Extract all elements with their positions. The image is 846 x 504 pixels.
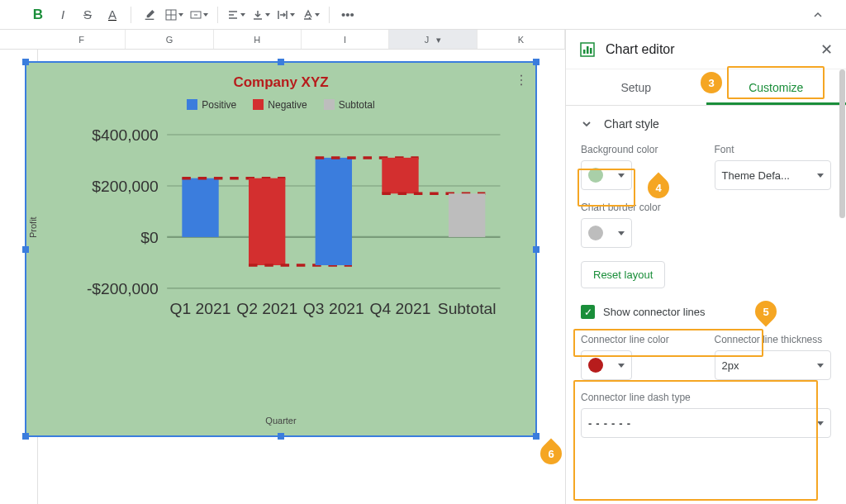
resize-handle[interactable]	[533, 433, 539, 440]
y-axis-label[interactable]: Profit	[28, 216, 38, 238]
legend-item[interactable]: Subtotal	[324, 99, 375, 111]
strikethrough-button[interactable]: S	[76, 3, 99, 26]
dropdown-caret-icon	[618, 364, 625, 368]
dropdown-caret-icon	[817, 421, 824, 426]
border-color-label: Chart border color	[581, 202, 831, 213]
toolbar-separator	[217, 7, 218, 23]
tab-customize[interactable]: Customize	[706, 69, 847, 105]
resize-handle[interactable]	[278, 59, 284, 65]
chart-plot-area: $400,000$200,000$0-$200,000Q1 2021Q2 202…	[80, 129, 515, 346]
svg-text:Q2 2021: Q2 2021	[236, 300, 297, 317]
resize-handle[interactable]	[533, 59, 539, 65]
connector-dash-picker[interactable]: ------	[581, 408, 831, 438]
borders-button[interactable]	[163, 3, 186, 26]
connector-color-label: Connector line color	[581, 334, 698, 345]
chevron-down-icon	[581, 118, 592, 130]
format-toolbar: B I S A •••	[0, 0, 846, 30]
connector-thickness-picker[interactable]: 2px	[715, 350, 832, 380]
connector-thickness-label: Connector line thickness	[715, 334, 832, 345]
border-color-picker[interactable]	[581, 218, 632, 248]
chart-icon	[579, 41, 596, 58]
annotation-badge: 3	[701, 72, 722, 93]
font-picker[interactable]: Theme Defa...	[715, 160, 832, 190]
color-swatch-icon	[588, 168, 603, 183]
resize-handle[interactable]	[22, 433, 29, 440]
font-label: Font	[715, 144, 832, 155]
h-align-button[interactable]	[225, 3, 248, 26]
column-header[interactable]: I	[302, 30, 389, 49]
svg-rect-35	[583, 50, 586, 54]
svg-text:Q4 2021: Q4 2021	[370, 300, 431, 317]
checkbox-checked-icon[interactable]: ✓	[581, 305, 595, 319]
chart-editor-panel: Chart editor ✕ Setup Customize Chart sty…	[565, 30, 846, 504]
column-header[interactable]: H	[214, 30, 302, 49]
legend-swatch-icon	[324, 99, 335, 110]
toolbar-separator	[131, 7, 131, 23]
spreadsheet-area: F G H I J ▾ K ⋯ Company XYZ Positive Neg…	[0, 30, 565, 504]
fill-color-button[interactable]	[138, 3, 161, 26]
svg-rect-37	[590, 48, 592, 54]
chart-title[interactable]: Company XYZ	[26, 63, 535, 91]
legend-item[interactable]: Positive	[187, 99, 236, 111]
legend-item[interactable]: Negative	[253, 99, 307, 111]
legend-swatch-icon	[253, 99, 264, 110]
svg-rect-29	[382, 158, 418, 193]
column-header[interactable]: J ▾	[389, 30, 477, 49]
show-connectors-row[interactable]: ✓ Show connector lines	[581, 300, 831, 324]
svg-text:$400,000: $400,000	[92, 129, 158, 144]
panel-scrollbar[interactable]	[839, 69, 845, 218]
toolbar-collapse-button[interactable]	[806, 3, 829, 26]
italic-button[interactable]: I	[51, 3, 74, 26]
resize-handle[interactable]	[533, 246, 539, 253]
text-color-button[interactable]: A	[101, 3, 124, 26]
color-swatch-icon	[588, 226, 603, 240]
svg-rect-20	[182, 178, 218, 237]
x-axis-label[interactable]: Quarter	[26, 416, 535, 426]
toolbar-separator	[329, 7, 330, 23]
background-color-label: Background color	[581, 144, 698, 155]
svg-rect-32	[449, 193, 485, 237]
reset-layout-button[interactable]: Reset layout	[581, 261, 665, 288]
svg-rect-36	[587, 46, 589, 54]
text-rotate-button[interactable]	[299, 3, 322, 26]
svg-text:$0: $0	[140, 229, 158, 246]
svg-rect-23	[249, 178, 285, 265]
column-headers: F G H I J ▾ K	[0, 30, 565, 50]
chart-legend: Positive Negative Subtotal	[26, 99, 535, 111]
resize-handle[interactable]	[22, 246, 29, 253]
more-tools-button[interactable]: •••	[336, 3, 359, 26]
panel-header: Chart editor ✕	[566, 30, 846, 69]
dropdown-caret-icon	[817, 364, 824, 368]
section-chart-style: Chart style Background color Font Theme …	[566, 106, 846, 449]
panel-title: Chart editor	[606, 42, 675, 57]
legend-swatch-icon	[187, 99, 197, 110]
v-align-button[interactable]	[250, 3, 273, 26]
svg-text:Q1 2021: Q1 2021	[170, 300, 231, 317]
svg-rect-26	[316, 158, 352, 265]
dash-sample-icon: ------	[588, 417, 634, 430]
resize-handle[interactable]	[278, 433, 284, 440]
svg-text:Q3 2021: Q3 2021	[303, 300, 364, 317]
svg-text:$200,000: $200,000	[92, 178, 158, 195]
connector-dash-label: Connector line dash type	[581, 392, 831, 403]
svg-text:Subtotal: Subtotal	[438, 300, 497, 317]
tab-setup[interactable]: Setup	[566, 69, 706, 105]
connector-color-picker[interactable]	[581, 350, 632, 380]
column-header[interactable]: K	[478, 30, 565, 49]
close-panel-button[interactable]: ✕	[820, 40, 833, 59]
dropdown-caret-icon	[618, 174, 625, 178]
section-header[interactable]: Chart style	[581, 117, 831, 131]
column-header[interactable]: F	[38, 30, 126, 49]
svg-text:-$200,000: -$200,000	[87, 280, 159, 297]
bold-button[interactable]: B	[26, 3, 50, 26]
chart-menu-button[interactable]: ⋯	[514, 74, 530, 85]
chart-object[interactable]: ⋯ Company XYZ Positive Negative Subtotal…	[25, 61, 537, 437]
merge-cells-button[interactable]	[188, 3, 211, 26]
text-wrap-button[interactable]	[274, 3, 297, 26]
dropdown-caret-icon	[618, 231, 625, 235]
resize-handle[interactable]	[22, 59, 29, 65]
column-header[interactable]: G	[126, 30, 213, 49]
color-swatch-icon	[588, 358, 603, 373]
background-color-picker[interactable]	[581, 160, 632, 190]
dropdown-caret-icon	[817, 174, 824, 178]
